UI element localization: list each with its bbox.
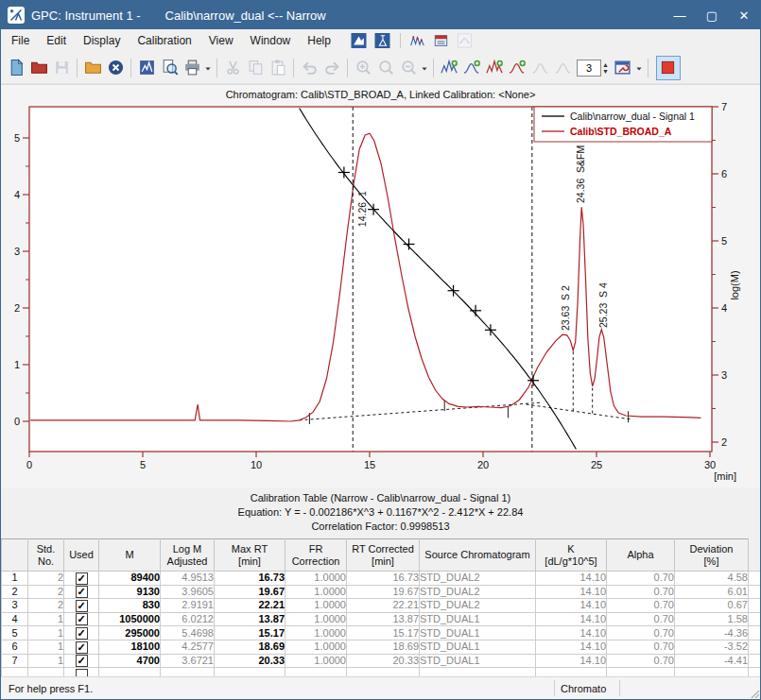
minimize-button[interactable]: — [664, 1, 696, 29]
column-header[interactable]: Std. No. [28, 539, 64, 572]
m-cell[interactable]: 1050000 [99, 612, 161, 626]
used-checkbox-cell[interactable]: ✓ [64, 626, 99, 640]
m-cell[interactable]: 830 [99, 599, 161, 613]
close-button[interactable] [104, 57, 127, 79]
column-header[interactable]: M [99, 539, 161, 572]
max-rt-cell[interactable]: 13.87 [215, 612, 285, 626]
column-header[interactable]: Log M Adjusted [161, 539, 215, 572]
checkbox-checked[interactable]: ✓ [76, 586, 88, 598]
settings-dropdown[interactable] [634, 57, 644, 79]
calibration-settings-button[interactable] [612, 57, 634, 79]
stop-button[interactable] [656, 56, 681, 80]
row-number[interactable]: 1 [2, 572, 28, 586]
rt-corrected-cell: 13.87 [347, 612, 420, 626]
menu-view[interactable]: View [200, 31, 242, 50]
menu-file[interactable]: File [3, 31, 38, 50]
filler-cell [749, 654, 761, 668]
order-spinner[interactable]: 3▲▼ [577, 60, 609, 77]
calibration-view-icon[interactable] [431, 31, 452, 50]
menu-help[interactable]: Help [299, 31, 339, 50]
report-view-icon[interactable] [372, 31, 393, 50]
x-tick-label: 10 [251, 459, 262, 470]
menu-window[interactable]: Window [242, 31, 300, 50]
deviation-cell: 6.01 [675, 585, 749, 599]
std-no-cell[interactable]: 2 [28, 599, 64, 613]
checkbox-checked[interactable]: ✓ [76, 613, 88, 625]
peaks-view-icon[interactable] [407, 31, 428, 50]
row-number[interactable]: 6 [2, 640, 28, 654]
m-cell[interactable]: 295000 [99, 626, 161, 640]
used-checkbox-cell[interactable]: ✓ [64, 572, 99, 586]
new-file-button[interactable] [5, 57, 27, 79]
row-number[interactable]: 7 [2, 654, 28, 668]
add-curve-narrow-button[interactable] [460, 57, 483, 79]
plot-area[interactable] [29, 107, 712, 452]
max-rt-cell[interactable]: 18.69 [215, 640, 285, 654]
row-number[interactable]: 3 [2, 599, 28, 613]
used-checkbox-cell[interactable]: ✓ [64, 585, 99, 599]
add-curve-broad-button[interactable] [506, 57, 528, 79]
m-cell[interactable]: 9130 [99, 585, 161, 599]
table-corner-header[interactable] [2, 539, 28, 572]
column-header[interactable]: Deviation [%] [675, 539, 749, 572]
std-no-cell[interactable]: 1 [28, 626, 64, 640]
menu-display[interactable]: Display [75, 31, 129, 50]
max-rt-cell[interactable]: 22.21 [215, 599, 285, 613]
max-rt-cell[interactable]: 19.67 [215, 585, 285, 599]
std-no-cell[interactable]: 2 [28, 572, 64, 586]
zoom-in-button [352, 57, 374, 79]
used-checkbox-cell[interactable]: ✓ [64, 640, 99, 654]
maximize-button[interactable]: ▢ [696, 1, 728, 29]
used-checkbox-cell[interactable]: ✓ [64, 654, 99, 668]
max-rt-cell[interactable]: 15.17 [215, 626, 285, 640]
checkbox-checked[interactable]: ✓ [76, 627, 88, 640]
column-header[interactable]: Used [64, 539, 99, 572]
row-number[interactable]: 2 [2, 585, 28, 599]
open-folder-button[interactable] [81, 57, 104, 79]
column-header[interactable]: Source Chromatogram [420, 539, 536, 572]
std-no-cell[interactable]: 2 [28, 585, 64, 599]
checkbox-checked[interactable]: ✓ [76, 641, 88, 654]
add-peak-broad-button[interactable] [483, 57, 506, 79]
column-header[interactable]: K [dL/g*10^5] [536, 539, 607, 572]
row-number[interactable]: 4 [2, 612, 28, 626]
chromatogram-plot[interactable]: 051015202530[min]012345234567log(M)14.26… [9, 85, 754, 487]
menu-edit[interactable]: Edit [38, 31, 75, 50]
peak-label: 14.26 1 [356, 191, 368, 227]
instrument-view-icon[interactable] [349, 31, 370, 50]
log-m-adjusted-cell: 3.6721 [161, 654, 215, 668]
m-cell[interactable]: 4700 [99, 654, 161, 668]
column-header[interactable]: Max RT [min] [215, 539, 285, 572]
max-rt-cell[interactable]: 16.73 [215, 572, 285, 586]
std-no-cell[interactable]: 1 [28, 640, 64, 654]
m-cell[interactable]: 18100 [99, 640, 161, 654]
used-checkbox-cell[interactable]: ✓ [64, 599, 99, 613]
std-no-cell[interactable]: 1 [28, 612, 64, 626]
print-button[interactable] [181, 57, 203, 79]
x-tick-label: 30 [704, 459, 716, 470]
column-header[interactable]: FR Correction [285, 539, 347, 572]
spinner-arrows[interactable]: ▲▼ [602, 61, 609, 75]
checkbox-checked[interactable]: ✓ [76, 600, 88, 612]
used-checkbox-cell[interactable]: ✓ [64, 612, 99, 626]
print-preview-button[interactable] [158, 57, 181, 79]
checkbox-checked[interactable]: ✓ [76, 655, 88, 667]
resize-grip[interactable] [749, 677, 760, 699]
std-no-cell[interactable]: 1 [28, 654, 64, 668]
checkbox-checked[interactable]: ✓ [76, 572, 88, 585]
close-window-button[interactable]: ✕ [728, 1, 760, 29]
column-header[interactable]: RT Corrected [min] [347, 539, 420, 572]
add-peak-narrow-button[interactable] [438, 57, 460, 79]
menu-calibration[interactable]: Calibration [129, 31, 199, 50]
order-spinner-value[interactable]: 3 [577, 60, 601, 77]
m-cell[interactable]: 89400 [99, 572, 161, 586]
chart-report-button[interactable] [135, 57, 158, 79]
open-file-button[interactable] [27, 57, 50, 79]
row-number[interactable]: 5 [2, 626, 28, 640]
column-header[interactable]: Alpha [607, 539, 675, 572]
zoom-dropdown[interactable] [420, 57, 429, 79]
copy-button [244, 57, 267, 79]
print-dropdown[interactable] [203, 57, 213, 79]
fr-correction-cell: 1.0000 [285, 626, 347, 640]
max-rt-cell[interactable]: 20.33 [215, 654, 285, 668]
